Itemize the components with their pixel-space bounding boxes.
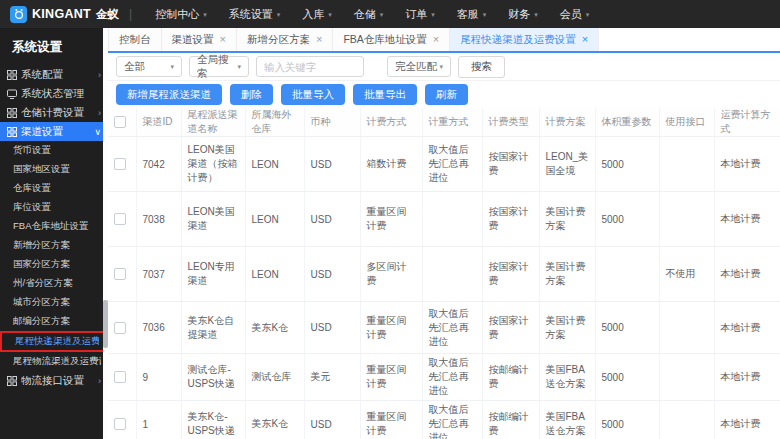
add-channel-button[interactable]: 新增尾程派送渠道 <box>116 84 222 105</box>
match-mode-select[interactable]: 完全匹配 ▾ <box>387 56 451 77</box>
caret-down-icon: ▾ <box>439 63 443 70</box>
sidebar-item-lastmile-express-settings[interactable]: 尾程快递渠道及运费设置 <box>0 331 108 352</box>
caret-down-icon: ▾ <box>328 11 332 18</box>
app-root: KINGANT 金蚁 | 控制中心▾ 系统设置▾ 入库▾ 仓储▾ 订单▾ 客服▾… <box>0 0 780 439</box>
tab-fba-address[interactable]: FBA仓库地址设置× <box>333 28 450 51</box>
search-button[interactable]: 搜索 <box>458 56 505 78</box>
tab-bar: 控制台 渠道设置× 新增分区方案× FBA仓库地址设置× 尾程快递渠道及运费设置… <box>108 28 780 53</box>
sidebar-item-system-config[interactable]: 系统配置 › <box>0 65 108 84</box>
delete-button[interactable]: 删除 <box>230 84 273 105</box>
col-channel-id: 渠道ID <box>136 108 181 137</box>
row-checkbox[interactable] <box>114 268 126 280</box>
sidebar-item-zip-zone-plan[interactable]: 邮编分区方案 <box>0 312 108 331</box>
top-menu-system-settings[interactable]: 系统设置▾ <box>218 0 292 28</box>
caret-down-icon: ▾ <box>483 11 487 18</box>
tab-lastmile-express-settings[interactable]: 尾程快递渠道及运费设置× <box>450 28 599 51</box>
kingant-logo-icon <box>10 6 27 23</box>
sidebar-item-channel-settings[interactable]: 渠道设置 ∨ <box>0 122 108 141</box>
top-menu-finance[interactable]: 财务▾ <box>497 0 549 28</box>
topbar-divider: | <box>129 7 132 21</box>
grid-icon <box>7 376 17 386</box>
caret-down-icon: ▾ <box>277 11 281 18</box>
row-checkbox[interactable] <box>114 371 126 383</box>
sidebar-item-logistics-api[interactable]: 物流接口设置 › <box>0 371 108 390</box>
sidebar-item-state-zone-plan[interactable]: 州/省分区方案 <box>0 274 108 293</box>
caret-down-icon: ▾ <box>237 63 241 70</box>
col-weighing-method: 计重方式 <box>422 108 482 137</box>
col-warehouse: 所属海外仓库 <box>245 108 304 137</box>
table-row[interactable]: 1 美东K仓-USPS快递 美东K仓 USD 重量区间计费 取大值后先汇总再进位… <box>108 401 780 439</box>
close-icon[interactable]: × <box>316 34 322 45</box>
table-header-row: 渠道ID 尾程派送渠道名称 所属海外仓库 币种 计费方式 计重方式 计费类型 计… <box>108 108 780 137</box>
sidebar-item-city-zone-plan[interactable]: 城市分区方案 <box>0 293 108 312</box>
col-use-api: 使用接口 <box>659 108 714 137</box>
select-all-checkbox[interactable] <box>114 116 126 128</box>
brand-name-cn: 金蚁 <box>96 7 119 22</box>
sidebar-item-system-status[interactable]: 系统状态管理 <box>0 84 108 103</box>
top-menu-orders[interactable]: 订单▾ <box>394 0 446 28</box>
row-checkbox[interactable] <box>114 213 126 225</box>
top-menu-inbound[interactable]: 入库▾ <box>291 0 343 28</box>
topbar: KINGANT 金蚁 | 控制中心▾ 系统设置▾ 入库▾ 仓储▾ 订单▾ 客服▾… <box>0 0 780 28</box>
refresh-button[interactable]: 刷新 <box>425 84 468 105</box>
col-volume-weight-param: 体积重参数 <box>595 108 659 137</box>
sidebar-item-country-region[interactable]: 国家地区设置 <box>0 160 108 179</box>
chevron-right-icon: › <box>98 376 101 386</box>
grid-icon <box>7 108 17 118</box>
caret-down-icon: ▾ <box>586 11 590 18</box>
grid-icon <box>7 127 17 137</box>
row-checkbox[interactable] <box>114 158 126 170</box>
col-billing-method: 计费方式 <box>360 108 422 137</box>
brand-name: KINGANT <box>32 7 91 21</box>
sidebar-item-new-zone-plan[interactable]: 新增分区方案 <box>0 236 108 255</box>
brand[interactable]: KINGANT 金蚁 <box>10 6 119 23</box>
row-checkbox[interactable] <box>114 322 126 334</box>
filter-bar: 全部 ▾ 全局搜索 ▾ 完全匹配 ▾ 搜索 <box>108 53 780 81</box>
action-bar: 新增尾程派送渠道 删除 批量导入 批量导出 刷新 <box>108 81 780 108</box>
search-field-select[interactable]: 全局搜索 ▾ <box>189 56 249 77</box>
sidebar-item-warehouse[interactable]: 仓库设置 <box>0 179 108 198</box>
grid-icon <box>7 70 17 80</box>
monitor-icon <box>7 89 17 99</box>
batch-export-button[interactable]: 批量导出 <box>353 84 417 105</box>
col-billing-plan: 计费方案 <box>539 108 595 137</box>
row-checkbox[interactable] <box>114 418 126 430</box>
table-row[interactable]: 7036 美东K仓自提渠道 美东K仓 USD 重量区间计费 取大值后先汇总再进位… <box>108 302 780 354</box>
close-icon[interactable]: × <box>433 34 439 45</box>
top-menu: 控制中心▾ 系统设置▾ 入库▾ 仓储▾ 订单▾ 客服▾ 财务▾ 会员▾ <box>144 0 600 28</box>
top-menu-customer-service[interactable]: 客服▾ <box>446 0 498 28</box>
main-content: 控制台 渠道设置× 新增分区方案× FBA仓库地址设置× 尾程快递渠道及运费设置… <box>108 28 780 439</box>
top-menu-warehousing[interactable]: 仓储▾ <box>343 0 395 28</box>
chevron-down-icon: ∨ <box>94 127 101 137</box>
sidebar-item-fba-address[interactable]: FBA仓库地址设置 <box>0 217 108 236</box>
sidebar-item-storage-billing[interactable]: 仓储计费设置 › <box>0 103 108 122</box>
tab-console[interactable]: 控制台 <box>108 28 162 51</box>
top-menu-members[interactable]: 会员▾ <box>549 0 601 28</box>
top-menu-control-center[interactable]: 控制中心▾ <box>144 0 218 28</box>
keyword-input[interactable] <box>256 56 364 77</box>
tab-channel-settings[interactable]: 渠道设置× <box>162 28 237 51</box>
caret-down-icon: ▾ <box>380 11 384 18</box>
sidebar-item-lastmile-logistics-settings[interactable]: 尾程物流渠道及运费设置 <box>0 352 108 371</box>
caret-down-icon: ▾ <box>203 11 207 18</box>
sidebar-item-currency[interactable]: 货币设置 <box>0 141 108 160</box>
sidebar-item-location[interactable]: 库位设置 <box>0 198 108 217</box>
chevron-right-icon: › <box>98 70 101 80</box>
table-row[interactable]: 7037 LEON专用渠道 LEON USD 多区间计费 按国家计费 美国计费方… <box>108 247 780 302</box>
sidebar-item-country-zone-plan[interactable]: 国家分区方案 <box>0 255 108 274</box>
table-row[interactable]: 9 测试仓库-USPS快递 测试仓库 美元 重量区间计费 取大值后先汇总再进位 … <box>108 354 780 401</box>
scope-select[interactable]: 全部 ▾ <box>116 56 182 77</box>
tab-new-zone-plan[interactable]: 新增分区方案× <box>237 28 333 51</box>
col-currency: 币种 <box>304 108 360 137</box>
sidebar: 系统设置 系统配置 › 系统状态管理 仓储计费设置 › 渠道设置 ∨ 货币设置 … <box>0 28 108 439</box>
col-channel-name: 尾程派送渠道名称 <box>181 108 245 137</box>
col-billing-type: 计费类型 <box>482 108 539 137</box>
batch-import-button[interactable]: 批量导入 <box>281 84 345 105</box>
caret-down-icon: ▾ <box>431 11 435 18</box>
table-row[interactable]: 7038 LEON美国渠道 LEON USD 重量区间计费 按国家计费 美国计费… <box>108 192 780 247</box>
table-row[interactable]: 7042 LEON美国渠道（按箱计费） LEON USD 箱数计费 取大值后先汇… <box>108 137 780 192</box>
close-icon[interactable]: × <box>582 34 588 45</box>
channel-table: 渠道ID 尾程派送渠道名称 所属海外仓库 币种 计费方式 计重方式 计费类型 计… <box>108 108 780 439</box>
caret-down-icon: ▾ <box>170 63 174 70</box>
close-icon[interactable]: × <box>220 34 226 45</box>
